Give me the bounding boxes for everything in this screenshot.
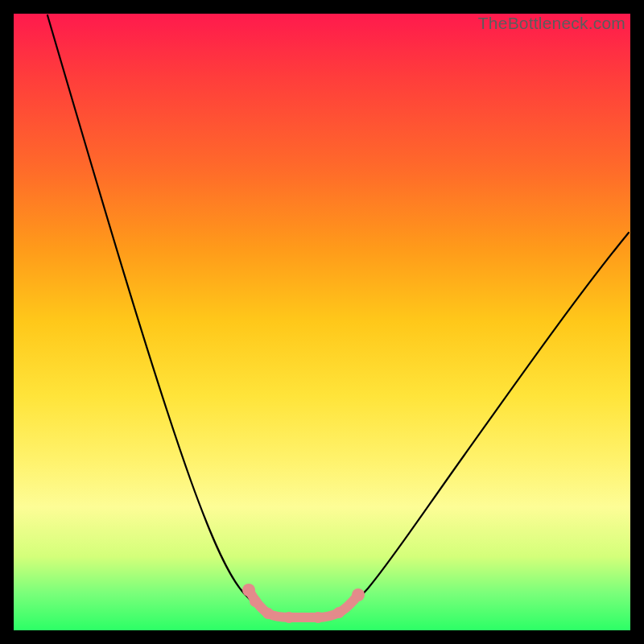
- svg-point-6: [352, 588, 365, 601]
- svg-point-3: [283, 612, 295, 623]
- svg-point-5: [333, 607, 345, 618]
- bottleneck-curve: [14, 14, 630, 630]
- svg-point-2: [262, 608, 274, 619]
- curve-main: [47, 15, 629, 617]
- highlight-bottom: [242, 584, 365, 623]
- svg-point-4: [312, 612, 324, 623]
- plot-area: TheBottleneck.com: [14, 14, 630, 630]
- watermark: TheBottleneck.com: [478, 14, 625, 33]
- chart-stage: TheBottleneck.com: [0, 0, 644, 644]
- svg-point-1: [250, 596, 261, 607]
